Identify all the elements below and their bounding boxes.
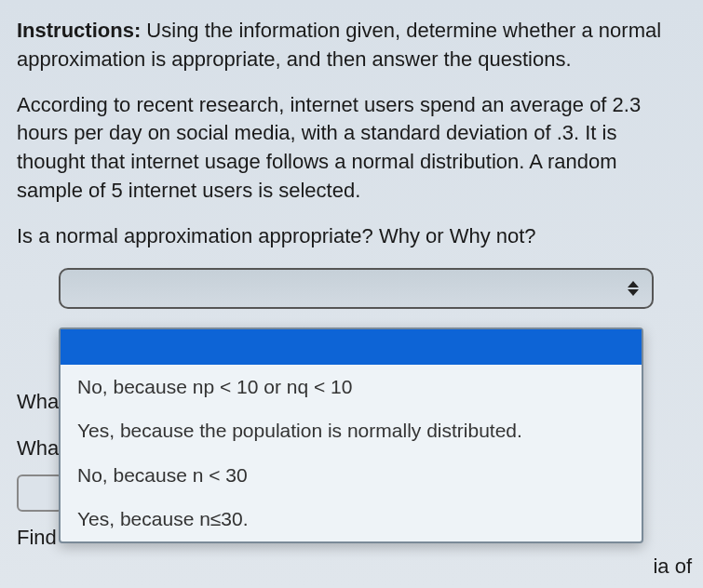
dropdown-option-blank[interactable] — [61, 329, 642, 365]
dropdown-holder: No, because np < 10 or nq < 10 Yes, beca… — [17, 268, 677, 309]
instructions-label: Instructions: — [17, 19, 141, 42]
trailing-text: ia of — [653, 555, 692, 579]
context-text: According to recent research, internet u… — [17, 91, 677, 206]
instructions-block: Instructions: Using the information give… — [17, 17, 677, 74]
dropdown-option-3[interactable]: No, because n < 30 — [61, 453, 642, 498]
question-text: Is a normal approximation appropriate? W… — [17, 222, 677, 251]
page-content: Instructions: Using the information give… — [0, 0, 703, 309]
svg-marker-1 — [628, 289, 639, 296]
find-label: Find — [17, 517, 57, 558]
dropdown-option-2[interactable]: Yes, because the population is normally … — [61, 408, 642, 453]
updown-icon — [628, 281, 639, 296]
behind-input[interactable] — [17, 474, 63, 512]
dropdown-list: No, because np < 10 or nq < 10 Yes, beca… — [59, 327, 643, 543]
svg-marker-0 — [628, 281, 639, 287]
dropdown-select[interactable] — [59, 268, 654, 309]
dropdown-option-1[interactable]: No, because np < 10 or nq < 10 — [61, 365, 642, 409]
dropdown-option-4[interactable]: Yes, because n≤30. — [61, 497, 642, 541]
